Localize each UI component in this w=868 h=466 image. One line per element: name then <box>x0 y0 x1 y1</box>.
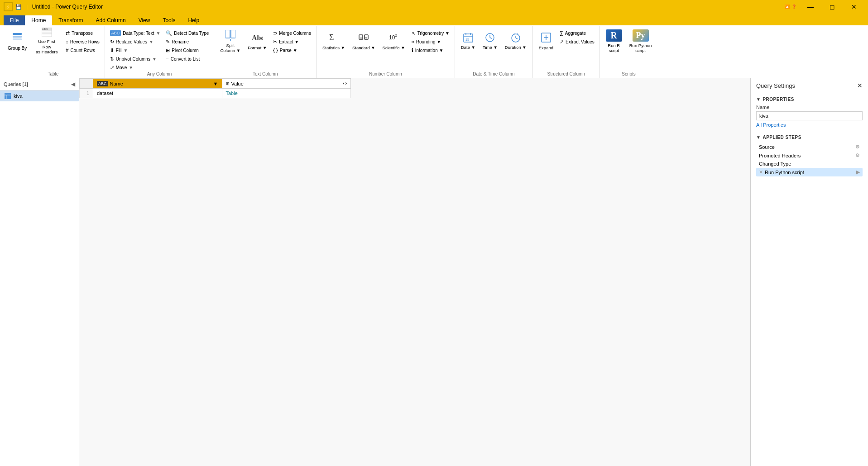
name-cell: dataset <box>93 89 222 98</box>
value-col-filter-icon[interactable]: ⇔ <box>343 81 347 86</box>
information-button[interactable]: ℹ Information ▼ <box>409 46 452 54</box>
value-col-label: Value <box>231 81 244 86</box>
sidebar-collapse-button[interactable]: ◀ <box>71 81 75 87</box>
app-icon: ⚡ <box>4 2 13 11</box>
step-source[interactable]: Source ⚙ <box>756 143 863 151</box>
statistics-label: Statistics ▼ <box>322 45 345 50</box>
name-column-header[interactable]: ABC Name ▼ <box>93 79 222 89</box>
step-changed-type[interactable]: Changed Type <box>756 160 863 168</box>
name-col-filter-icon[interactable]: ▼ <box>213 81 218 86</box>
rename-button[interactable]: ✎ Rename <box>163 38 211 46</box>
format-label: Format ▼ <box>248 45 267 50</box>
collapse-properties-icon[interactable]: ▼ <box>756 97 761 102</box>
parse-button[interactable]: { } Parse ▼ <box>271 46 313 54</box>
ribbon-group-scripts-content: R Run Rscript Py Run Pythonscript <box>603 27 655 71</box>
duration-button[interactable]: Duration ▼ <box>502 27 530 55</box>
applied-steps-section: ▼ APPLIED STEPS Source ⚙ Promoted Header… <box>751 131 868 180</box>
replace-values-button[interactable]: ↻ Replace Values ▼ <box>108 38 163 46</box>
step-promoted-headers[interactable]: Promoted Headers ⚙ <box>756 151 863 160</box>
fill-button[interactable]: ⬇ Fill ▼ <box>108 46 163 54</box>
ribbon-group-table-content: Group By A B C Use First Rowas Headers ⇄… <box>5 27 102 71</box>
svg-rect-6 <box>42 34 52 37</box>
properties-section-title: ▼ PROPERTIES <box>756 97 863 102</box>
tab-help[interactable]: Help <box>182 15 206 25</box>
statistics-button[interactable]: Σ Statistics ▼ <box>319 27 348 55</box>
python-script-label: Run Pythonscript <box>629 43 652 53</box>
table-link[interactable]: Table <box>226 90 238 96</box>
move-button[interactable]: ⤢ Move ▼ <box>108 63 163 71</box>
duration-icon <box>511 33 521 43</box>
ribbon-group-text-column: SplitColumn ▼ Abc Format ▼ ⊃ Merge Colum… <box>214 26 317 78</box>
rounding-button[interactable]: ≈ Rounding ▼ <box>409 38 452 46</box>
format-button[interactable]: Abc Format ▼ <box>245 27 270 55</box>
extract-values-button[interactable]: ↗ Extract Values <box>557 38 597 46</box>
reverse-rows-icon: ↕ <box>66 39 68 44</box>
tab-view[interactable]: View <box>132 15 157 25</box>
svg-rect-35 <box>5 93 11 99</box>
extract-button[interactable]: ✂ Extract ▼ <box>271 38 313 46</box>
group-by-icon <box>12 32 23 44</box>
value-cell[interactable]: Table <box>222 89 351 98</box>
step-delete-icon[interactable]: ✕ <box>759 169 763 175</box>
merge-icon: ⊃ <box>273 30 277 36</box>
duration-label: Duration ▼ <box>505 45 527 50</box>
value-column-header[interactable]: ⊞ Value ⇔ <box>222 79 351 89</box>
detect-data-type-button[interactable]: 🔍 Detect Data Type <box>163 29 211 37</box>
tab-file[interactable]: File <box>4 15 25 25</box>
all-properties-link[interactable]: All Properties <box>756 122 863 128</box>
trigonometry-button[interactable]: ∿ Trigonometry ▼ <box>409 29 452 37</box>
row-number: 1 <box>80 89 93 98</box>
step-run-python-script[interactable]: ✕ Run Python script ▶ <box>756 168 863 176</box>
minimize-button[interactable]: — <box>800 0 821 14</box>
convert-to-list-button[interactable]: ≡ Convert to List <box>163 55 211 63</box>
tab-transform[interactable]: Transform <box>52 15 89 25</box>
name-col-header-content: ABC Name ▼ <box>97 81 218 86</box>
time-button[interactable]: Time ▼ <box>480 27 501 55</box>
data-area[interactable]: ABC Name ▼ ⊞ Value ⇔ <box>79 78 750 466</box>
svg-text:10: 10 <box>389 34 395 41</box>
run-r-script-button[interactable]: R Run Rscript <box>603 27 625 55</box>
group-by-button[interactable]: Group By <box>5 27 30 55</box>
ribbon-group-text-column-content: SplitColumn ▼ Abc Format ▼ ⊃ Merge Colum… <box>217 27 313 71</box>
reverse-rows-button[interactable]: ↕ Reverse Rows <box>63 38 102 46</box>
tab-tools[interactable]: Tools <box>156 15 182 25</box>
expand-button[interactable]: Expand <box>536 27 556 55</box>
data-type-button[interactable]: ABC Data Type: Text ▼ <box>108 29 163 37</box>
standard-button[interactable]: ±× Standard ▼ <box>349 27 379 55</box>
transpose-button[interactable]: ⇄ Transpose <box>63 29 102 37</box>
aggregate-button[interactable]: ∑ Aggregate <box>557 29 597 37</box>
time-icon <box>485 33 495 43</box>
step-promoted-headers-gear-icon[interactable]: ⚙ <box>855 152 860 158</box>
transpose-icon: ⇄ <box>66 30 70 36</box>
unpivot-columns-button[interactable]: ⇅ Unpivot Columns ▼ <box>108 55 163 63</box>
use-first-row-label: Use First Rowas Headers <box>34 39 59 54</box>
use-first-row-button[interactable]: A B C Use First Rowas Headers <box>31 27 62 55</box>
date-button[interactable]: 15 Date ▼ <box>458 27 479 55</box>
sidebar-item-kiva[interactable]: kiva <box>0 90 79 101</box>
query-settings-close-button[interactable]: ✕ <box>857 82 863 89</box>
maximize-button[interactable]: ◻ <box>822 0 843 14</box>
applied-steps-list: Source ⚙ Promoted Headers ⚙ Changed Type <box>756 143 863 176</box>
value-col-header-content: ⊞ Value ⇔ <box>226 81 347 86</box>
properties-section: ▼ PROPERTIES Name All Properties <box>751 93 868 131</box>
pivot-column-button[interactable]: ⊞ Pivot Column <box>163 46 211 54</box>
close-button[interactable]: ✕ <box>844 0 864 14</box>
split-column-button[interactable]: SplitColumn ▼ <box>217 27 244 55</box>
ribbon-group-scripts: R Run Rscript Py Run Pythonscript Script… <box>600 26 658 78</box>
merge-columns-button[interactable]: ⊃ Merge Columns <box>271 29 313 37</box>
extract-icon: ✂ <box>273 39 277 45</box>
datetime-group-label: Date & Time Column <box>458 71 530 78</box>
svg-line-29 <box>516 38 518 39</box>
query-name-input[interactable] <box>756 111 863 120</box>
scientific-button[interactable]: 102 Scientific ▼ <box>379 27 408 55</box>
count-rows-button[interactable]: # Count Rows <box>63 46 102 54</box>
tab-add-column[interactable]: Add Column <box>90 15 132 25</box>
run-python-script-button[interactable]: Py Run Pythonscript <box>626 27 655 55</box>
step-source-gear-icon[interactable]: ⚙ <box>855 144 860 150</box>
ribbon-group-datetime-content: 15 Date ▼ Time ▼ Duration ▼ <box>458 27 530 71</box>
query-settings-panel: Query Settings ✕ ▼ PROPERTIES Name All P… <box>750 78 868 466</box>
step-source-label: Source <box>759 144 775 150</box>
step-source-left: Source <box>759 144 775 150</box>
tab-home[interactable]: Home <box>25 15 52 25</box>
collapse-steps-icon[interactable]: ▼ <box>756 135 761 140</box>
